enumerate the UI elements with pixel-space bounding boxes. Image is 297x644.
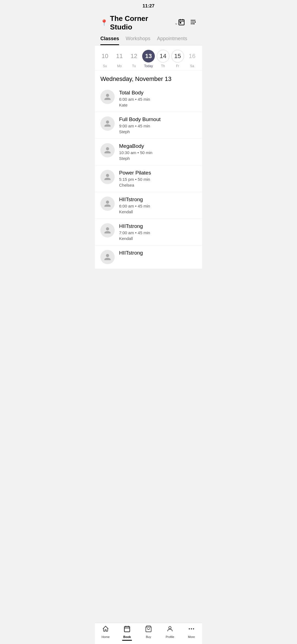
- cal-num-13: 13: [142, 50, 155, 62]
- cal-num-12: 12: [128, 50, 140, 62]
- class-name: Full Body Burnout: [119, 116, 161, 122]
- cal-num-15: 15: [171, 50, 184, 62]
- cal-num-16: 16: [186, 50, 198, 62]
- tab-bar: Classes Workshops Appointments: [95, 35, 202, 45]
- avatar: [100, 223, 115, 238]
- cal-day-10[interactable]: 10 Su: [98, 50, 112, 68]
- class-name: MegaBody: [119, 143, 152, 149]
- avatar: [100, 170, 115, 184]
- svg-point-8: [194, 21, 196, 23]
- class-info: Power Pilates 5:15 pm • 50 min Chelsea: [119, 170, 151, 187]
- avatar: [100, 250, 115, 264]
- calendar-strip: 10 Su 11 Mo 12 Tu 13 Today 14 Th 15 Fr: [95, 45, 202, 70]
- cal-day-16[interactable]: 16 Sa: [185, 50, 199, 68]
- cal-day-13[interactable]: 13 Today: [142, 50, 155, 68]
- avatar: [100, 197, 115, 211]
- class-name: HIITstrong: [119, 197, 150, 203]
- avatar: [100, 116, 115, 131]
- cal-day-12[interactable]: 12 Tu: [127, 50, 141, 68]
- studio-name: The Corner Studio: [110, 14, 171, 31]
- cal-label-tu: Tu: [132, 64, 136, 68]
- class-info: HIITstrong 7:00 am • 45 min Kendall: [119, 223, 150, 241]
- cal-label-sa: Sa: [190, 64, 194, 68]
- class-info: MegaBody 10:30 am • 50 min Steph: [119, 143, 152, 161]
- svg-rect-4: [180, 22, 181, 23]
- class-time: 5:15 pm • 50 min: [119, 177, 151, 182]
- class-instructor: Chelsea: [119, 183, 151, 187]
- class-name: HIITstrong: [119, 223, 150, 229]
- status-time: 11:27: [142, 3, 154, 9]
- header: 📍 The Corner Studio ⌄: [95, 12, 202, 35]
- class-info: HIITstrong: [119, 250, 143, 256]
- class-time: 6:00 am • 45 min: [119, 97, 150, 102]
- class-instructor: Kate: [119, 103, 150, 107]
- class-list: Total Body 6:00 am • 45 min Kate Full Bo…: [95, 85, 202, 269]
- svg-point-9: [193, 23, 194, 24]
- avatar: [100, 143, 115, 157]
- class-info: Full Body Burnout 9:00 am • 45 min Steph: [119, 116, 161, 134]
- class-name: Total Body: [119, 90, 150, 96]
- header-actions: [178, 18, 197, 27]
- svg-rect-0: [179, 20, 184, 25]
- class-instructor: Kendall: [119, 236, 150, 241]
- class-time: 10:30 am • 50 min: [119, 150, 152, 155]
- filter-icon[interactable]: [189, 18, 197, 27]
- class-item[interactable]: Total Body 6:00 am • 45 min Kate: [95, 85, 202, 112]
- class-time: 9:00 am • 45 min: [119, 124, 161, 128]
- cal-label-th: Th: [161, 64, 165, 68]
- studio-selector[interactable]: 📍 The Corner Studio ⌄: [100, 14, 178, 31]
- class-item[interactable]: HIITstrong 6:00 am • 45 min Kendall: [95, 192, 202, 219]
- class-time: 6:00 am • 45 min: [119, 204, 150, 208]
- class-time: 7:00 am • 45 min: [119, 230, 150, 235]
- cal-day-11[interactable]: 11 Mo: [112, 50, 126, 68]
- tab-workshops[interactable]: Workshops: [126, 36, 150, 45]
- cal-label-today: Today: [144, 64, 153, 68]
- cal-day-15[interactable]: 15 Fr: [171, 50, 185, 68]
- class-item[interactable]: HIITstrong: [95, 245, 202, 269]
- class-instructor: Steph: [119, 129, 161, 134]
- date-heading: Wednesday, November 13: [95, 70, 202, 85]
- class-item[interactable]: Power Pilates 5:15 pm • 50 min Chelsea: [95, 165, 202, 192]
- tab-appointments[interactable]: Appointments: [157, 36, 187, 45]
- cal-num-14: 14: [157, 50, 169, 62]
- calendar-icon[interactable]: [178, 18, 185, 27]
- class-name: HIITstrong: [119, 250, 143, 256]
- class-instructor: Steph: [119, 156, 152, 161]
- location-pin-icon: 📍: [100, 19, 108, 26]
- chevron-down-icon: ⌄: [174, 20, 178, 26]
- class-item[interactable]: HIITstrong 7:00 am • 45 min Kendall: [95, 219, 202, 245]
- class-item[interactable]: MegaBody 10:30 am • 50 min Steph: [95, 139, 202, 165]
- tab-classes[interactable]: Classes: [100, 36, 119, 45]
- avatar: [100, 90, 115, 104]
- cal-num-10: 10: [98, 50, 111, 62]
- cal-label-su: Su: [103, 64, 107, 68]
- class-info: HIITstrong 6:00 am • 45 min Kendall: [119, 197, 150, 214]
- class-info: Total Body 6:00 am • 45 min Kate: [119, 90, 150, 107]
- class-instructor: Kendall: [119, 209, 150, 214]
- class-name: Power Pilates: [119, 170, 151, 176]
- status-bar: 11:27: [95, 0, 202, 12]
- class-item[interactable]: Full Body Burnout 9:00 am • 45 min Steph: [95, 112, 202, 139]
- cal-num-11: 11: [113, 50, 126, 62]
- main-content: 10 Su 11 Mo 12 Tu 13 Today 14 Th 15 Fr: [95, 45, 202, 269]
- cal-day-14[interactable]: 14 Th: [156, 50, 170, 68]
- cal-label-mo: Mo: [117, 64, 122, 68]
- cal-label-fr: Fr: [176, 64, 179, 68]
